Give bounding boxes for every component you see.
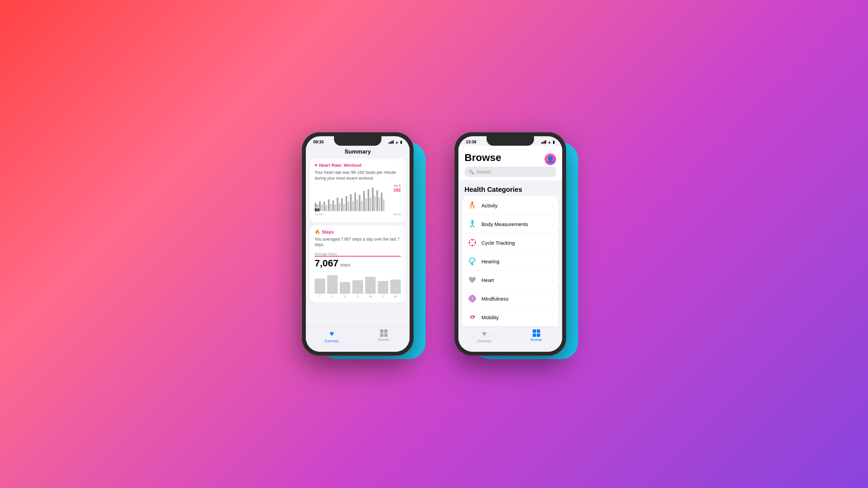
max-value: 182: [393, 187, 401, 192]
category-hearing[interactable]: Hearing ›: [462, 252, 558, 271]
tab2-summary-label: Summary: [477, 339, 492, 343]
steps-chart: Average Steps 7,067 steps: [315, 250, 401, 298]
browse2-sq4: [537, 333, 540, 337]
card1-text: Your heart rate was 98–182 beats per min…: [315, 170, 401, 181]
step-day-labels: T F S S M T W: [315, 295, 401, 298]
chart-max-label: MAX 182: [393, 184, 401, 192]
browse-sq4: [384, 333, 388, 337]
card1-title: Heart Rate: Workout: [319, 163, 361, 168]
card2-header: 🔥 Steps ›: [315, 229, 401, 235]
browse-title: Browse: [465, 152, 501, 163]
day-s1: S: [340, 295, 350, 298]
category-cycle-tracking[interactable]: Cycle Tracking ›: [462, 233, 558, 252]
phone2-tab-bar: ♥ Summary Browse: [458, 326, 562, 352]
browse-sq3: [380, 333, 383, 337]
chart-bars: [315, 184, 401, 211]
category-body-label: Body Measurements: [481, 221, 548, 227]
tab2-summary[interactable]: ♥ Summary: [458, 329, 510, 343]
phone1-shell: 09:30 ▲ ▮ Summary: [302, 132, 414, 356]
svg-point-10: [474, 242, 476, 243]
tab-browse[interactable]: Browse: [358, 329, 410, 342]
card1-header: ♥ Heart Rate: Workout ›: [315, 163, 401, 168]
tab-summary-label: Summary: [324, 339, 339, 343]
tab-summary[interactable]: ♥ Summary: [306, 329, 358, 343]
svg-point-2: [471, 220, 473, 222]
hearing-chevron: ›: [552, 259, 553, 264]
phone2-battery-icon: ▮: [553, 140, 555, 144]
browse-sq2: [384, 329, 388, 333]
phone1-signal: [389, 140, 394, 144]
card1-title-row: ♥ Heart Rate: Workout: [315, 163, 361, 168]
phone2-notch: [487, 136, 534, 146]
svg-line-7: [473, 226, 474, 228]
steps-avg-area: Average Steps 7,067 steps: [315, 250, 401, 269]
day-t1: T: [315, 295, 325, 298]
search-bar[interactable]: 🔍 Search: [465, 167, 556, 177]
body-chevron: ›: [552, 221, 553, 227]
body-measurements-icon: [467, 219, 477, 229]
chart-min-label: MIN 98: [315, 204, 320, 212]
mobility-chevron: ›: [552, 314, 553, 320]
day-f: F: [327, 295, 338, 298]
tab2-summary-icon: ♥: [482, 329, 487, 338]
browse2-sq3: [533, 333, 536, 337]
card2-title: Steps: [322, 229, 334, 235]
tab2-browse[interactable]: Browse: [510, 329, 562, 342]
day-s2: S: [352, 295, 363, 298]
health-categories-heading: Health Categories: [458, 180, 562, 196]
tab2-browse-icon: [533, 329, 540, 337]
phone2-wifi-icon: ▲: [548, 140, 551, 144]
category-activity[interactable]: Activity ›: [462, 196, 558, 215]
tab-browse-icon: [380, 329, 388, 337]
heart-rate-chart: MAX 182: [315, 184, 401, 218]
activity-icon: [467, 200, 477, 210]
category-heart[interactable]: Heart ›: [462, 271, 558, 289]
cycle-tracking-icon: [467, 238, 477, 248]
heart-rate-card: ♥ Heart Rate: Workout › Your heart rate …: [310, 159, 406, 222]
avatar-icon: 👤: [547, 156, 554, 163]
category-hearing-label: Hearing: [481, 259, 548, 264]
category-mobility[interactable]: Mobility ›: [462, 308, 558, 327]
tab-summary-icon: ♥: [330, 329, 334, 338]
category-list: Activity ›: [462, 196, 558, 348]
chart-time-labels: 11:18 12:03: [315, 212, 401, 216]
phones-container: 09:30 ▲ ▮ Summary: [302, 132, 566, 356]
step-bar-s1: [340, 282, 350, 294]
tab2-browse-label: Browse: [531, 338, 542, 342]
day-w: W: [390, 295, 401, 298]
cycle-chevron: ›: [552, 240, 553, 245]
hearing-icon: [467, 256, 477, 266]
mindfulness-chevron: ›: [552, 296, 553, 301]
browse-header: Browse 👤 🔍 Search: [458, 146, 562, 180]
user-avatar[interactable]: 👤: [545, 154, 556, 165]
category-mindfulness[interactable]: Mindfulness ›: [462, 289, 558, 308]
avg-line: [315, 256, 401, 257]
browse2-sq2: [537, 329, 540, 333]
min-text: MIN: [315, 204, 320, 207]
phone1-time: 09:30: [313, 140, 324, 144]
day-m: M: [365, 295, 376, 298]
mindfulness-icon: [467, 293, 477, 304]
phone2-signal: [541, 140, 546, 144]
phone1-notch: [334, 136, 381, 146]
category-activity-label: Activity: [481, 203, 548, 208]
category-body-measurements[interactable]: Body Measurements ›: [462, 215, 558, 233]
card2-chevron: ›: [399, 230, 401, 234]
svg-point-1: [472, 204, 473, 205]
phone1-content: Summary ♥ Heart Rate: Workout › Your hea…: [306, 146, 410, 348]
category-mindfulness-label: Mindfulness: [481, 296, 548, 302]
mobility-icon: [467, 312, 477, 322]
flame-icon: 🔥: [315, 229, 320, 235]
card1-chevron: ›: [399, 163, 401, 167]
min-value: 98: [315, 207, 320, 212]
step-bar-s2: [352, 280, 363, 294]
day-t2: T: [378, 295, 388, 298]
svg-point-13: [472, 263, 473, 264]
search-placeholder: Search: [476, 169, 491, 175]
activity-chevron: ›: [552, 203, 553, 208]
heart-category-icon: [467, 275, 477, 285]
category-cycle-label: Cycle Tracking: [481, 240, 548, 246]
svg-point-11: [472, 245, 473, 246]
steps-bars: [315, 270, 401, 294]
svg-point-0: [471, 202, 473, 204]
